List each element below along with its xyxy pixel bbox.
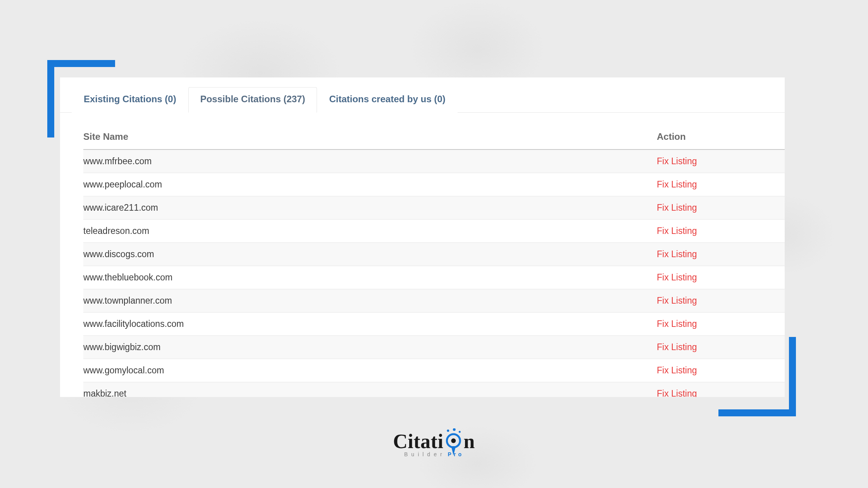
column-header-site-name: Site Name bbox=[83, 131, 657, 142]
svg-point-2 bbox=[459, 431, 461, 433]
citation-builder-pro-logo: Citati n BuilderPro bbox=[393, 430, 475, 457]
fix-listing-link[interactable]: Fix Listing bbox=[657, 179, 697, 189]
fix-listing-link[interactable]: Fix Listing bbox=[657, 226, 697, 236]
fix-listing-link[interactable]: Fix Listing bbox=[657, 272, 697, 282]
svg-point-4 bbox=[451, 438, 456, 443]
table-row: makbiz.netFix Listing bbox=[83, 382, 785, 397]
table-header-row: Site Name Action bbox=[83, 124, 785, 150]
svg-point-1 bbox=[453, 428, 456, 431]
table-row: www.thebluebook.comFix Listing bbox=[83, 266, 785, 289]
decorative-corner-bottom-right bbox=[718, 337, 796, 416]
cell-site-name: www.townplanner.com bbox=[83, 296, 657, 306]
fix-listing-link[interactable]: Fix Listing bbox=[657, 203, 697, 213]
cell-site-name: www.mfrbee.com bbox=[83, 156, 657, 167]
logo-text-part1: Citati bbox=[393, 430, 443, 453]
fix-listing-link[interactable]: Fix Listing bbox=[657, 319, 697, 329]
cell-action: Fix Listing bbox=[657, 319, 785, 329]
cell-action: Fix Listing bbox=[657, 203, 785, 213]
logo-text-part2: n bbox=[463, 430, 475, 453]
table-row: www.icare211.comFix Listing bbox=[83, 196, 785, 220]
cell-action: Fix Listing bbox=[657, 249, 785, 259]
cell-action: Fix Listing bbox=[657, 272, 785, 283]
cell-action: Fix Listing bbox=[657, 296, 785, 306]
cell-site-name: www.peeplocal.com bbox=[83, 179, 657, 190]
cell-site-name: www.icare211.com bbox=[83, 203, 657, 213]
table-row: www.bigwigbiz.comFix Listing bbox=[83, 336, 785, 359]
citations-table: Site Name Action www.mfrbee.comFix Listi… bbox=[83, 124, 785, 397]
cell-site-name: www.discogs.com bbox=[83, 249, 657, 259]
svg-point-0 bbox=[447, 430, 449, 432]
fix-listing-link[interactable]: Fix Listing bbox=[657, 296, 697, 306]
cell-action: Fix Listing bbox=[657, 179, 785, 190]
table-row: www.discogs.comFix Listing bbox=[83, 243, 785, 266]
table-row: www.townplanner.comFix Listing bbox=[83, 289, 785, 313]
logo-sub-builder: Builder bbox=[404, 451, 446, 457]
table-row: www.peeplocal.comFix Listing bbox=[83, 173, 785, 196]
cell-site-name: www.bigwigbiz.com bbox=[83, 342, 657, 352]
fix-listing-link[interactable]: Fix Listing bbox=[657, 388, 697, 397]
tabs-bar: Existing Citations (0) Possible Citation… bbox=[60, 77, 785, 113]
fix-listing-link[interactable]: Fix Listing bbox=[657, 342, 697, 352]
logo-main-text: Citati n bbox=[393, 430, 475, 453]
tab-possible-citations[interactable]: Possible Citations (237) bbox=[188, 87, 317, 113]
decorative-corner-top-left bbox=[47, 60, 115, 137]
cell-action: Fix Listing bbox=[657, 226, 785, 236]
table-row: teleadreson.comFix Listing bbox=[83, 220, 785, 243]
fix-listing-link[interactable]: Fix Listing bbox=[657, 249, 697, 259]
cell-site-name: www.gomylocal.com bbox=[83, 365, 657, 376]
table-row: www.mfrbee.comFix Listing bbox=[83, 150, 785, 173]
cell-site-name: www.facilitylocations.com bbox=[83, 319, 657, 329]
cell-site-name: makbiz.net bbox=[83, 388, 657, 397]
cell-site-name: teleadreson.com bbox=[83, 226, 657, 236]
table-row: www.facilitylocations.comFix Listing bbox=[83, 313, 785, 336]
table-body: www.mfrbee.comFix Listingwww.peeplocal.c… bbox=[83, 150, 785, 397]
fix-listing-link[interactable]: Fix Listing bbox=[657, 156, 697, 166]
logo-pin-icon bbox=[444, 432, 463, 451]
tab-citations-created-by-us[interactable]: Citations created by us (0) bbox=[317, 87, 457, 113]
citations-panel: Existing Citations (0) Possible Citation… bbox=[60, 77, 785, 397]
column-header-action: Action bbox=[657, 131, 785, 142]
cell-action: Fix Listing bbox=[657, 156, 785, 167]
table-row: www.gomylocal.comFix Listing bbox=[83, 359, 785, 382]
cell-site-name: www.thebluebook.com bbox=[83, 272, 657, 283]
fix-listing-link[interactable]: Fix Listing bbox=[657, 365, 697, 375]
